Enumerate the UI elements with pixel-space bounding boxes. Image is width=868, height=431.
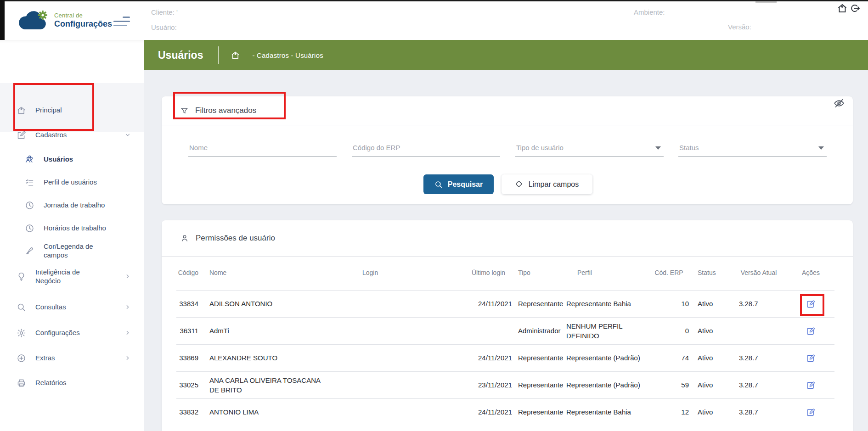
search-button-icon [434, 180, 443, 189]
home-icon[interactable] [837, 3, 848, 14]
cell-perfil: Representante (Padrão) [566, 371, 649, 398]
cell-ultimo_login: 24/11/2021 [465, 290, 512, 317]
sidebar-item-label: Cadastros [35, 130, 67, 140]
cell-nome: ANTONIO LIMA [198, 398, 327, 425]
sidebar-item-principal[interactable]: Principal [0, 99, 144, 122]
cell-ultimo_login [465, 317, 512, 344]
sidebar-item-cadastros[interactable]: Cadastros [0, 123, 144, 146]
column-header--ltimo-login: Último login [465, 256, 512, 290]
cell-acoes [787, 398, 834, 425]
edit-user-icon[interactable] [806, 299, 816, 309]
logout-icon[interactable] [850, 3, 861, 14]
window-top-edge [0, 0, 868, 1]
cell-versao: 3.28.7 [730, 290, 787, 317]
plus-circle-icon [17, 353, 26, 363]
sidebar-item-label: Relatórios [35, 378, 67, 387]
edit-user-icon[interactable] [806, 326, 816, 336]
eye-slash-icon[interactable] [833, 97, 845, 109]
dropdown-arrow-icon [655, 146, 661, 150]
sidebar-item-label: Horários de trabalho [44, 224, 106, 233]
sidebar-item-configura-es[interactable]: Configurações [0, 321, 144, 344]
brand-line2: Configurações [54, 19, 112, 29]
cell-perfil: Representante Bahia [566, 398, 649, 425]
sidebar-item-label: Usuários [44, 155, 73, 164]
sidebar-item-label: Extras [35, 353, 55, 363]
sidebar-item-intelig-ncia-de-neg-cio[interactable]: Inteligência de Negócio [0, 259, 144, 293]
cell-tipo: Representante [512, 398, 566, 425]
input-c-digo-do-erp[interactable]: Código do ERP [352, 140, 500, 157]
eraser-icon [515, 180, 523, 188]
lightbulb-icon [17, 272, 26, 281]
cell-login [327, 290, 465, 317]
sidebar-item-label: Consultas [35, 302, 66, 312]
cell-cod_erp: 0 [649, 317, 689, 344]
clock-icon [25, 224, 34, 233]
sidebar-item-perfil-de-usu-rios[interactable]: Perfil de usuários [0, 171, 144, 194]
cell-ultimo_login: 23/11/2021 [465, 371, 512, 398]
sidebar-item-jornada-de-trabalho[interactable]: Jornada de trabalho [0, 194, 144, 217]
search-button[interactable]: Pesquisar [423, 174, 494, 194]
cell-cod_erp: 12 [649, 398, 689, 425]
select-tipo-de-usu-rio[interactable]: Tipo de usuário [515, 140, 664, 157]
page-title-bar: Usuários - Cadastros - Usuários [144, 40, 868, 70]
cell-tipo: Representante [512, 290, 566, 317]
table-row: 33025ANA CARLA OLIVEIRA TOSACANA DE BRIT… [176, 371, 834, 398]
cell-ultimo_login: 24/11/2021 [465, 344, 512, 371]
breadcrumb-home-icon[interactable] [231, 50, 240, 60]
gear-icon [17, 328, 26, 338]
cell-nome: ANA CARLA OLIVEIRA TOSACANA DE BRITO [198, 371, 327, 398]
field-placeholder: Nome [189, 144, 208, 151]
sidebar-item-hor-rios-de-trabalho[interactable]: Horários de trabalho [0, 217, 144, 240]
edit-user-icon[interactable] [806, 353, 816, 363]
cell-cod_erp: 10 [649, 290, 689, 317]
cell-ultimo_login: 24/11/2021 [465, 398, 512, 425]
select-status[interactable]: Status [678, 140, 827, 157]
table-row: 33834ADILSON ANTONIO24/11/2021Representa… [176, 290, 834, 317]
sidebar: PrincipalCadastrosUsuáriosPerfil de usuá… [0, 40, 144, 431]
sidebar-item-relat-rios[interactable]: Relatórios [0, 371, 144, 394]
cell-nome: ADILSON ANTONIO [198, 290, 327, 317]
cell-status: Ativo [689, 344, 730, 371]
table-header-row: CódigoNomeLoginÚltimo loginTipoPerfilCód… [176, 256, 834, 290]
advanced-filters-panel: Filtros avançados NomeCódigo do ERPTipo … [162, 96, 853, 204]
version-label: Versão: [728, 23, 751, 31]
input-nome[interactable]: Nome [188, 140, 337, 157]
cell-login [327, 344, 465, 371]
cell-tipo: Representante [512, 371, 566, 398]
chevron-right-icon [124, 273, 131, 280]
chevron-down-icon [124, 132, 131, 138]
sidebar-item-extras[interactable]: Extras [0, 347, 144, 369]
window-left-edge [0, 0, 5, 40]
search-icon [17, 302, 26, 312]
column-header-tipo: Tipo [512, 256, 566, 290]
sidebar-item-label: Configurações [35, 328, 80, 337]
cell-status: Ativo [689, 371, 730, 398]
cell-login [327, 371, 465, 398]
printer-icon [17, 378, 26, 388]
table-row: 33869ALEXANDRE SOUTO24/11/2021Representa… [176, 344, 834, 371]
cell-acoes [787, 371, 834, 398]
sidebar-item-label: Perfil de usuários [44, 178, 97, 187]
cell-tipo: Administrador [512, 317, 566, 344]
sidebar-item-cor-legenda-de-campos[interactable]: Cor/Legenda de campos [0, 239, 144, 262]
pen-icon [25, 246, 34, 256]
sidebar-item-consultas[interactable]: Consultas [0, 296, 144, 319]
user-permissions-title: Permissões de usuário [196, 234, 275, 243]
cell-acoes [787, 317, 834, 344]
edit-user-icon[interactable] [806, 381, 816, 390]
clear-fields-button[interactable]: Limpar campos [502, 174, 592, 194]
sidebar-item-usu-rios[interactable]: Usuários [0, 148, 144, 171]
cell-codigo: 33025 [176, 371, 198, 398]
funnel-icon [180, 106, 189, 115]
sidebar-toggle-hamburger-icon[interactable] [113, 17, 130, 27]
cell-perfil: Representante Bahia [566, 290, 649, 317]
cell-acoes [787, 290, 834, 317]
edit-icon [17, 130, 26, 140]
breadcrumb: - Cadastros - Usuários [252, 51, 323, 59]
edit-user-icon[interactable] [806, 408, 816, 417]
client-label: Cliente: ' [151, 8, 178, 16]
sidebar-item-label: Inteligência de Negócio [35, 268, 104, 285]
home-icon [17, 106, 26, 115]
column-header-vers-o-atual: Versão Atual [730, 256, 787, 290]
chevron-right-icon [124, 304, 131, 310]
